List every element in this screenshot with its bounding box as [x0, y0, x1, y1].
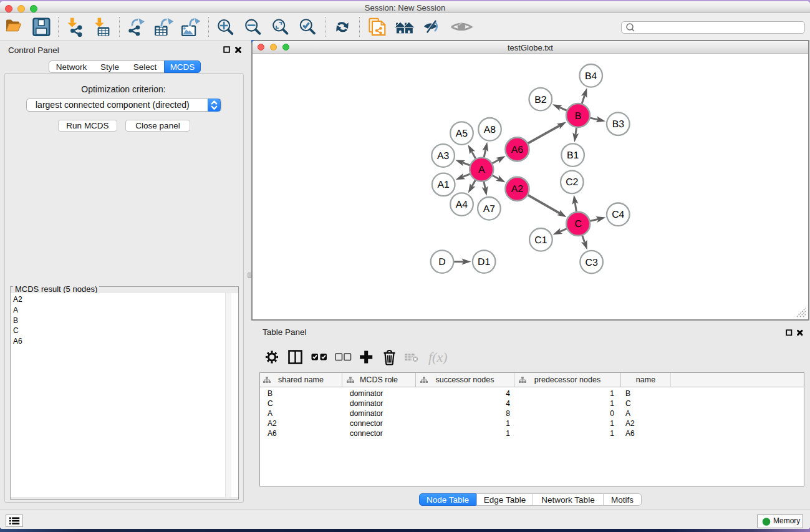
svg-text:B: B: [575, 111, 582, 122]
svg-text:A6: A6: [511, 145, 524, 155]
svg-text:A3: A3: [437, 151, 450, 162]
svg-text:C: C: [574, 219, 581, 230]
svg-text:A7: A7: [483, 204, 495, 215]
svg-text:A2: A2: [511, 184, 523, 195]
svg-text:D1: D1: [478, 257, 490, 268]
svg-text:A1: A1: [438, 180, 450, 190]
svg-text:A5: A5: [456, 128, 468, 139]
svg-text:A: A: [478, 165, 485, 175]
svg-text:A8: A8: [484, 125, 496, 135]
svg-text:C1: C1: [534, 235, 547, 246]
svg-text:D: D: [438, 257, 445, 268]
svg-text:A4: A4: [456, 200, 468, 210]
svg-text:B3: B3: [612, 119, 625, 130]
svg-text:f(x): f(x): [428, 349, 448, 365]
svg-text:B2: B2: [534, 95, 546, 105]
svg-text:B4: B4: [585, 71, 597, 82]
svg-text:C3: C3: [585, 258, 597, 268]
svg-text:C4: C4: [612, 210, 624, 220]
svg-text:B1: B1: [567, 150, 579, 161]
svg-text:C2: C2: [566, 177, 578, 188]
